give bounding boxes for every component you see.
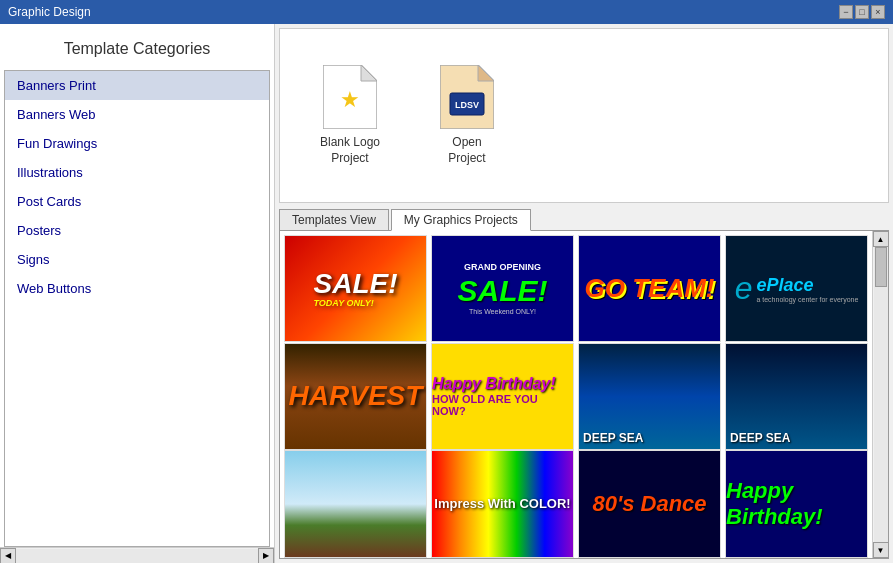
template-deepsea1[interactable]: DEEP SEA (578, 343, 721, 450)
deepsea2-label: DEEP SEA (726, 427, 794, 449)
go-team-text: GO TEAM! (585, 273, 715, 304)
template-go-team[interactable]: GO TEAM! (578, 235, 721, 342)
sidebar-item-fun-drawings[interactable]: Fun Drawings (5, 129, 269, 158)
templates-content: SALE! TODAY ONLY! GRAND OPENING SALE! Th… (279, 230, 889, 559)
sidebar-item-post-cards[interactable]: Post Cards (5, 187, 269, 216)
sale-sub2: This Weekend ONLY! (469, 308, 536, 315)
tab-bar: Templates View My Graphics Projects (279, 209, 889, 231)
tab-my-graphics-projects[interactable]: My Graphics Projects (391, 209, 531, 231)
sidebar-item-banners-print[interactable]: Banners Print (5, 71, 269, 100)
green-sale-text: SALE! (458, 274, 548, 308)
minimize-button[interactable]: − (839, 5, 853, 19)
deepsea1-label: DEEP SEA (579, 427, 647, 449)
template-sale-red[interactable]: SALE! TODAY ONLY! (284, 235, 427, 342)
sidebar-heading: Template Categories (0, 24, 274, 70)
eplace-text: ePlace (756, 275, 858, 296)
sidebar-item-signs[interactable]: Signs (5, 245, 269, 274)
window-controls: − □ × (839, 5, 885, 19)
svg-text:LDSV: LDSV (455, 100, 479, 110)
sidebar-scroll-left[interactable]: ◀ (0, 548, 16, 564)
sidebar-list: Banners Print Banners Web Fun Drawings I… (4, 70, 270, 547)
scroll-down-button[interactable]: ▼ (873, 542, 889, 558)
blank-logo-project[interactable]: ★ Blank LogoProject (320, 65, 380, 166)
close-button[interactable]: × (871, 5, 885, 19)
harvest-text: HARVEST (289, 380, 423, 412)
eplace-logo: e (735, 270, 753, 307)
birthday-sub: HOW OLD ARE YOU NOW? (432, 393, 573, 417)
right-panel: ★ Blank LogoProject LDSV OpenProject Tem… (275, 24, 893, 563)
impress-text: Impress With COLOR! (434, 496, 570, 511)
sale-red-text: SALE! (314, 270, 398, 298)
template-birthday[interactable]: Happy Birthday! HOW OLD ARE YOU NOW? (431, 343, 574, 450)
open-project-icon: LDSV (440, 65, 494, 129)
scroll-thumb[interactable] (875, 247, 887, 287)
projects-area: ★ Blank LogoProject LDSV OpenProject (279, 28, 889, 203)
sidebar-scroll-track[interactable] (16, 549, 258, 563)
sidebar-scroll-right[interactable]: ▶ (258, 548, 274, 564)
template-colors[interactable]: Impress With COLOR! (431, 450, 574, 557)
blank-logo-icon: ★ (323, 65, 377, 129)
templates-scrollbar[interactable]: ▲ ▼ (872, 231, 888, 558)
sidebar-item-web-buttons[interactable]: Web Buttons (5, 274, 269, 303)
eplace-sub: a technology center for everyone (756, 296, 858, 303)
template-eplace[interactable]: e ePlace a technology center for everyon… (725, 235, 868, 342)
sidebar-horizontal-scrollbar[interactable]: ◀ ▶ (0, 547, 274, 563)
template-deepsea2[interactable]: DEEP SEA (725, 343, 868, 450)
template-harvest[interactable]: HARVEST (284, 343, 427, 450)
template-bday2[interactable]: Happy Birthday! (725, 450, 868, 557)
main-layout: Template Categories Banners Print Banner… (0, 24, 893, 563)
sidebar-item-illustrations[interactable]: Illustrations (5, 158, 269, 187)
sidebar-item-banners-web[interactable]: Banners Web (5, 100, 269, 129)
maximize-button[interactable]: □ (855, 5, 869, 19)
svg-marker-4 (478, 65, 494, 81)
sidebar-item-posters[interactable]: Posters (5, 216, 269, 245)
blank-logo-label: Blank LogoProject (320, 135, 380, 166)
sidebar: Template Categories Banners Print Banner… (0, 24, 275, 563)
template-dance[interactable]: 80's Dance (578, 450, 721, 557)
scroll-up-button[interactable]: ▲ (873, 231, 889, 247)
app-title: Graphic Design (8, 5, 91, 19)
svg-marker-1 (361, 65, 377, 81)
templates-grid: SALE! TODAY ONLY! GRAND OPENING SALE! Th… (280, 231, 872, 558)
tabs-and-content: Templates View My Graphics Projects SALE… (279, 209, 889, 559)
hbd2-text: Happy Birthday! (726, 478, 867, 530)
dance-text: 80's Dance (592, 491, 706, 517)
template-sky[interactable] (284, 450, 427, 557)
open-project[interactable]: LDSV OpenProject (440, 65, 494, 166)
svg-text:★: ★ (340, 87, 360, 112)
open-project-label: OpenProject (448, 135, 485, 166)
grand-opening-text: GRAND OPENING (464, 262, 541, 272)
scroll-track[interactable] (874, 247, 888, 542)
title-bar: Graphic Design − □ × (0, 0, 893, 24)
birthday-text: Happy Birthday! (432, 375, 573, 393)
template-sale-green[interactable]: GRAND OPENING SALE! This Weekend ONLY! (431, 235, 574, 342)
sale-red-subtext: TODAY ONLY! (314, 298, 398, 308)
tab-templates-view[interactable]: Templates View (279, 209, 389, 231)
